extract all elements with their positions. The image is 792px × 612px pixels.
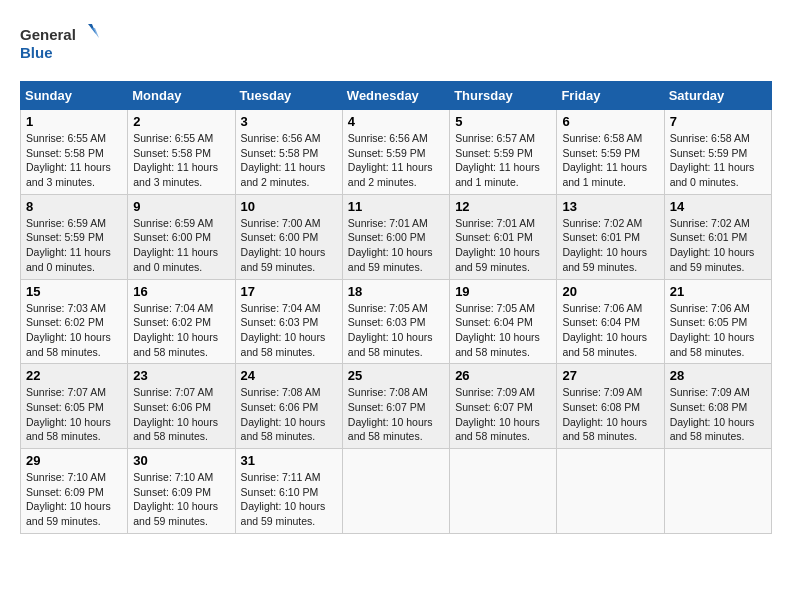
logo: General Blue xyxy=(20,20,100,65)
day-number: 14 xyxy=(670,199,766,214)
day-info: Sunrise: 7:09 AM Sunset: 6:08 PM Dayligh… xyxy=(562,385,658,444)
calendar-table: SundayMondayTuesdayWednesdayThursdayFrid… xyxy=(20,81,772,534)
day-number: 21 xyxy=(670,284,766,299)
day-number: 27 xyxy=(562,368,658,383)
day-info: Sunrise: 7:01 AM Sunset: 6:00 PM Dayligh… xyxy=(348,216,444,275)
weekday-wednesday: Wednesday xyxy=(342,82,449,110)
logo-svg: General Blue xyxy=(20,20,100,65)
svg-marker-3 xyxy=(91,28,99,38)
calendar-cell: 3Sunrise: 6:56 AM Sunset: 5:58 PM Daylig… xyxy=(235,110,342,195)
day-number: 4 xyxy=(348,114,444,129)
calendar-cell xyxy=(557,449,664,534)
day-info: Sunrise: 7:06 AM Sunset: 6:05 PM Dayligh… xyxy=(670,301,766,360)
day-number: 13 xyxy=(562,199,658,214)
day-number: 25 xyxy=(348,368,444,383)
calendar-cell: 12Sunrise: 7:01 AM Sunset: 6:01 PM Dayli… xyxy=(450,194,557,279)
calendar-cell: 5Sunrise: 6:57 AM Sunset: 5:59 PM Daylig… xyxy=(450,110,557,195)
calendar-cell: 10Sunrise: 7:00 AM Sunset: 6:00 PM Dayli… xyxy=(235,194,342,279)
day-number: 28 xyxy=(670,368,766,383)
calendar-cell: 22Sunrise: 7:07 AM Sunset: 6:05 PM Dayli… xyxy=(21,364,128,449)
day-number: 24 xyxy=(241,368,337,383)
weekday-header-row: SundayMondayTuesdayWednesdayThursdayFrid… xyxy=(21,82,772,110)
calendar-cell: 29Sunrise: 7:10 AM Sunset: 6:09 PM Dayli… xyxy=(21,449,128,534)
day-number: 12 xyxy=(455,199,551,214)
day-info: Sunrise: 6:57 AM Sunset: 5:59 PM Dayligh… xyxy=(455,131,551,190)
svg-text:Blue: Blue xyxy=(20,44,53,61)
calendar-cell: 30Sunrise: 7:10 AM Sunset: 6:09 PM Dayli… xyxy=(128,449,235,534)
day-info: Sunrise: 7:07 AM Sunset: 6:06 PM Dayligh… xyxy=(133,385,229,444)
calendar-cell: 8Sunrise: 6:59 AM Sunset: 5:59 PM Daylig… xyxy=(21,194,128,279)
day-number: 19 xyxy=(455,284,551,299)
day-info: Sunrise: 6:59 AM Sunset: 6:00 PM Dayligh… xyxy=(133,216,229,275)
page-header: General Blue xyxy=(20,20,772,65)
calendar-cell: 21Sunrise: 7:06 AM Sunset: 6:05 PM Dayli… xyxy=(664,279,771,364)
day-number: 2 xyxy=(133,114,229,129)
calendar-cell: 14Sunrise: 7:02 AM Sunset: 6:01 PM Dayli… xyxy=(664,194,771,279)
day-number: 11 xyxy=(348,199,444,214)
day-info: Sunrise: 7:04 AM Sunset: 6:03 PM Dayligh… xyxy=(241,301,337,360)
calendar-cell: 7Sunrise: 6:58 AM Sunset: 5:59 PM Daylig… xyxy=(664,110,771,195)
calendar-cell: 16Sunrise: 7:04 AM Sunset: 6:02 PM Dayli… xyxy=(128,279,235,364)
week-row-1: 1Sunrise: 6:55 AM Sunset: 5:58 PM Daylig… xyxy=(21,110,772,195)
day-info: Sunrise: 7:08 AM Sunset: 6:07 PM Dayligh… xyxy=(348,385,444,444)
day-info: Sunrise: 7:04 AM Sunset: 6:02 PM Dayligh… xyxy=(133,301,229,360)
calendar-cell: 26Sunrise: 7:09 AM Sunset: 6:07 PM Dayli… xyxy=(450,364,557,449)
calendar-cell xyxy=(342,449,449,534)
day-number: 9 xyxy=(133,199,229,214)
weekday-thursday: Thursday xyxy=(450,82,557,110)
week-row-3: 15Sunrise: 7:03 AM Sunset: 6:02 PM Dayli… xyxy=(21,279,772,364)
calendar-cell: 11Sunrise: 7:01 AM Sunset: 6:00 PM Dayli… xyxy=(342,194,449,279)
day-number: 26 xyxy=(455,368,551,383)
day-info: Sunrise: 7:07 AM Sunset: 6:05 PM Dayligh… xyxy=(26,385,122,444)
weekday-sunday: Sunday xyxy=(21,82,128,110)
day-number: 8 xyxy=(26,199,122,214)
day-number: 6 xyxy=(562,114,658,129)
day-info: Sunrise: 7:11 AM Sunset: 6:10 PM Dayligh… xyxy=(241,470,337,529)
calendar-body: 1Sunrise: 6:55 AM Sunset: 5:58 PM Daylig… xyxy=(21,110,772,534)
day-info: Sunrise: 6:58 AM Sunset: 5:59 PM Dayligh… xyxy=(670,131,766,190)
day-number: 7 xyxy=(670,114,766,129)
day-info: Sunrise: 6:55 AM Sunset: 5:58 PM Dayligh… xyxy=(26,131,122,190)
day-number: 1 xyxy=(26,114,122,129)
day-info: Sunrise: 6:55 AM Sunset: 5:58 PM Dayligh… xyxy=(133,131,229,190)
calendar-cell xyxy=(450,449,557,534)
day-number: 17 xyxy=(241,284,337,299)
day-number: 23 xyxy=(133,368,229,383)
calendar-cell: 20Sunrise: 7:06 AM Sunset: 6:04 PM Dayli… xyxy=(557,279,664,364)
weekday-saturday: Saturday xyxy=(664,82,771,110)
day-number: 5 xyxy=(455,114,551,129)
day-number: 18 xyxy=(348,284,444,299)
calendar-cell xyxy=(664,449,771,534)
calendar-cell: 13Sunrise: 7:02 AM Sunset: 6:01 PM Dayli… xyxy=(557,194,664,279)
day-number: 29 xyxy=(26,453,122,468)
day-info: Sunrise: 7:09 AM Sunset: 6:07 PM Dayligh… xyxy=(455,385,551,444)
calendar-cell: 15Sunrise: 7:03 AM Sunset: 6:02 PM Dayli… xyxy=(21,279,128,364)
week-row-2: 8Sunrise: 6:59 AM Sunset: 5:59 PM Daylig… xyxy=(21,194,772,279)
svg-text:General: General xyxy=(20,26,76,43)
day-number: 16 xyxy=(133,284,229,299)
day-info: Sunrise: 7:02 AM Sunset: 6:01 PM Dayligh… xyxy=(670,216,766,275)
day-info: Sunrise: 7:09 AM Sunset: 6:08 PM Dayligh… xyxy=(670,385,766,444)
calendar-cell: 17Sunrise: 7:04 AM Sunset: 6:03 PM Dayli… xyxy=(235,279,342,364)
day-number: 15 xyxy=(26,284,122,299)
calendar-cell: 27Sunrise: 7:09 AM Sunset: 6:08 PM Dayli… xyxy=(557,364,664,449)
day-info: Sunrise: 7:10 AM Sunset: 6:09 PM Dayligh… xyxy=(133,470,229,529)
weekday-friday: Friday xyxy=(557,82,664,110)
calendar-cell: 24Sunrise: 7:08 AM Sunset: 6:06 PM Dayli… xyxy=(235,364,342,449)
day-info: Sunrise: 6:59 AM Sunset: 5:59 PM Dayligh… xyxy=(26,216,122,275)
calendar-cell: 28Sunrise: 7:09 AM Sunset: 6:08 PM Dayli… xyxy=(664,364,771,449)
calendar-cell: 2Sunrise: 6:55 AM Sunset: 5:58 PM Daylig… xyxy=(128,110,235,195)
day-info: Sunrise: 6:58 AM Sunset: 5:59 PM Dayligh… xyxy=(562,131,658,190)
day-number: 3 xyxy=(241,114,337,129)
day-info: Sunrise: 7:10 AM Sunset: 6:09 PM Dayligh… xyxy=(26,470,122,529)
day-number: 22 xyxy=(26,368,122,383)
day-info: Sunrise: 7:02 AM Sunset: 6:01 PM Dayligh… xyxy=(562,216,658,275)
calendar-cell: 4Sunrise: 6:56 AM Sunset: 5:59 PM Daylig… xyxy=(342,110,449,195)
day-info: Sunrise: 6:56 AM Sunset: 5:58 PM Dayligh… xyxy=(241,131,337,190)
weekday-tuesday: Tuesday xyxy=(235,82,342,110)
day-info: Sunrise: 7:05 AM Sunset: 6:03 PM Dayligh… xyxy=(348,301,444,360)
day-number: 20 xyxy=(562,284,658,299)
day-info: Sunrise: 7:06 AM Sunset: 6:04 PM Dayligh… xyxy=(562,301,658,360)
week-row-5: 29Sunrise: 7:10 AM Sunset: 6:09 PM Dayli… xyxy=(21,449,772,534)
day-info: Sunrise: 7:01 AM Sunset: 6:01 PM Dayligh… xyxy=(455,216,551,275)
